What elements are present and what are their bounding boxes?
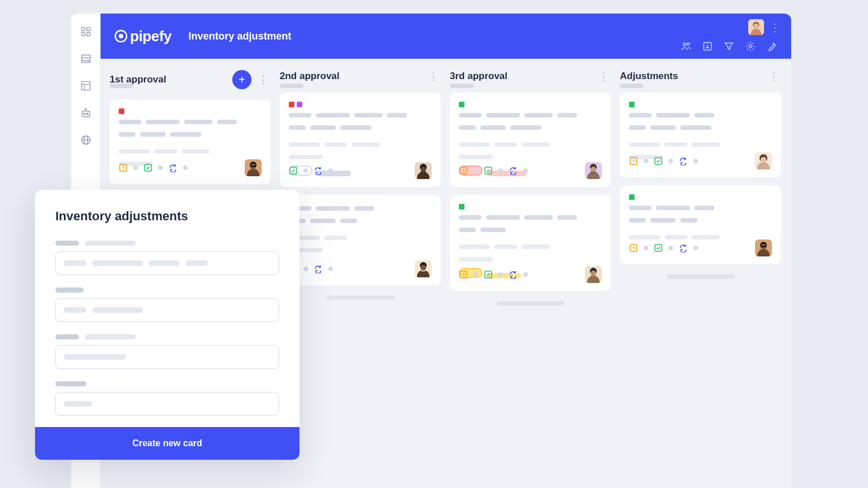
brand-text: pipefy [130,28,172,45]
apps-icon[interactable] [80,26,92,37]
column-menu-icon[interactable]: ⋮ [256,73,271,86]
column-title: Adjustments [620,71,678,82]
card[interactable] [620,185,781,264]
layout-icon[interactable] [80,80,92,91]
sync-icon [509,166,518,175]
sync-icon [679,156,688,165]
automation-icon[interactable] [80,107,92,119]
svg-rect-1 [86,28,90,31]
label-green [459,204,465,210]
column-3rd-approval: 3rd approval ⋮ [450,70,611,477]
column-footer-skel [497,301,565,306]
check-icon [484,270,493,279]
label-green [629,102,635,107]
card[interactable] [450,195,611,291]
card[interactable] [280,195,441,285]
clock-icon [629,243,638,252]
check-icon [654,243,663,252]
label-red [289,102,294,107]
check-icon [289,166,298,175]
svg-point-44 [420,265,426,271]
settings-icon[interactable] [745,41,756,52]
create-card-modal: Inventory adjustments [35,190,300,460]
import-icon[interactable] [702,41,713,52]
form-input[interactable] [55,298,279,322]
globe-icon[interactable] [80,134,92,146]
svg-point-12 [86,113,88,115]
assignee-avatar[interactable] [415,260,432,277]
svg-rect-34 [250,165,256,167]
check-icon [484,166,493,175]
svg-point-23 [753,23,758,28]
check-icon [144,163,153,172]
field-label [55,334,279,339]
sync-icon [314,264,323,273]
label-purple [297,102,302,107]
header-menu-icon[interactable]: ⋮ [770,21,780,34]
assignee-avatar[interactable] [755,239,772,256]
svg-rect-10 [82,111,89,117]
svg-point-39 [420,167,426,172]
wrench-icon[interactable] [766,41,778,52]
svg-point-24 [683,43,686,46]
assignee-avatar[interactable] [755,152,772,169]
add-card-button[interactable]: + [232,70,251,89]
svg-point-19 [119,34,123,38]
label-green [629,194,635,200]
svg-rect-2 [81,33,85,36]
column-footer-skel [667,274,735,279]
column-title: 3rd approval [450,71,507,82]
sync-icon [679,243,688,252]
svg-rect-0 [81,28,85,31]
column-2nd-approval: 2nd approval ⋮ [280,70,441,477]
column-subtitle-skel [280,84,303,88]
form-input[interactable] [55,392,279,416]
svg-point-50 [591,167,596,172]
svg-rect-3 [86,33,90,36]
assignee-avatar[interactable] [245,159,262,176]
brand-logo[interactable]: pipefy [114,28,172,45]
svg-rect-69 [761,246,766,247]
svg-rect-7 [81,82,90,90]
column-title: 2nd approval [280,71,340,82]
user-avatar[interactable] [748,19,764,35]
clock-icon [459,166,468,175]
clock-icon [459,270,468,279]
column-header: Adjustments ⋮ [620,70,781,82]
card[interactable] [620,93,781,177]
form-input[interactable] [55,345,279,369]
filter-icon[interactable] [723,41,735,52]
svg-point-14 [85,108,86,110]
clock-icon [629,156,638,165]
assignee-avatar[interactable] [585,162,602,179]
column-header: 1st approval + ⋮ [110,70,271,89]
card[interactable] [280,93,441,187]
card[interactable] [450,93,611,187]
create-card-button[interactable]: Create new card [35,427,300,460]
people-icon[interactable] [680,41,692,52]
form-input[interactable] [55,251,279,275]
card-footer-icons [119,163,188,172]
column-menu-icon[interactable]: ⋮ [766,70,781,82]
header-tools [680,41,778,52]
column-menu-icon[interactable]: ⋮ [596,70,611,82]
modal-title: Inventory adjustments [55,209,279,224]
clock-icon [119,163,128,172]
svg-point-56 [591,271,596,276]
header: pipefy Inventory adjustment ⋮ [101,14,791,59]
check-icon [654,156,663,165]
column-header: 2nd approval ⋮ [280,70,441,82]
svg-point-27 [749,45,752,48]
column-subtitle-skel [620,84,644,88]
label-red [119,108,124,114]
list-icon[interactable] [80,53,92,64]
column-menu-icon[interactable]: ⋮ [426,70,441,82]
column-subtitle-skel [450,84,474,88]
assignee-avatar[interactable] [585,266,602,283]
field-label [55,241,279,246]
svg-point-62 [761,157,766,163]
assignee-avatar[interactable] [415,162,432,179]
label-green [459,102,465,107]
svg-point-25 [687,43,689,45]
card[interactable] [110,99,271,184]
